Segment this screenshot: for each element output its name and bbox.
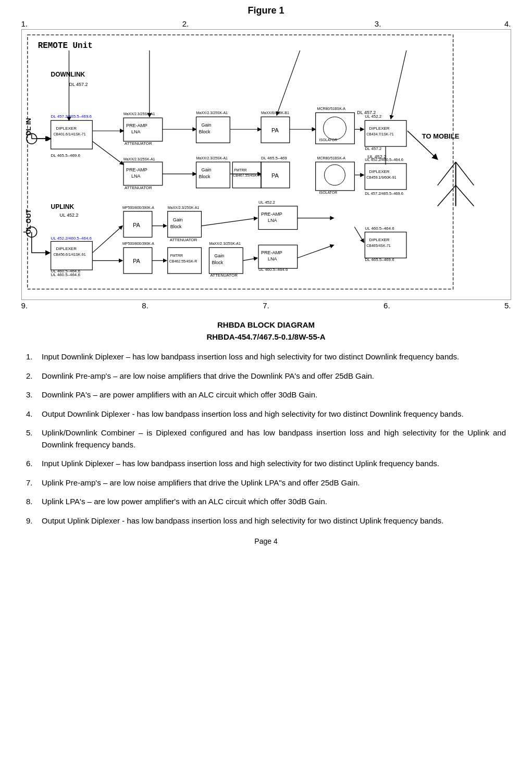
svg-text:ATTENUATOR: ATTENUATOR (210, 273, 238, 278)
list-item: 2.Downlink Pre-amp's – are low noise amp… (26, 370, 506, 382)
list-item: 7.Uplink Pre-amp's – are low noise ampli… (26, 477, 506, 489)
svg-text:UL 452.2: UL 452.2 (365, 114, 382, 119)
svg-text:MaXX/2.3/25SK-A1: MaXX/2.3/25SK-A1 (123, 112, 155, 116)
svg-text:TO MOBILE: TO MOBILE (422, 132, 459, 140)
svg-text:Gain: Gain (172, 217, 182, 222)
svg-point-63 (324, 165, 345, 185)
list-text: Input Uplink Diplexer – has low bandpass… (42, 458, 506, 470)
figure-title: Figure 1 (16, 5, 516, 16)
svg-text:Block: Block (199, 174, 210, 179)
svg-text:UL OUT: UL OUT (24, 209, 32, 234)
svg-text:FMTRR: FMTRR (170, 254, 182, 257)
diagram-caption: RHBDA BLOCK DIAGRAM RHBDA-454.7/467.5-0.… (16, 319, 516, 343)
svg-text:ATTENUATOR: ATTENUATOR (169, 238, 197, 242)
list-text: Uplink LPA's – are low power amplifier's… (42, 496, 506, 508)
svg-text:DL 457.2/465.5–469.6: DL 457.2/465.5–469.6 (51, 114, 92, 119)
top-num-3: 3. (375, 19, 381, 28)
top-num-4: 4. (504, 19, 511, 28)
svg-text:CB465/4SK-71: CB465/4SK-71 (366, 244, 391, 247)
svg-text:Block: Block (199, 129, 210, 134)
svg-text:CB456.6/1/41SK-91: CB456.6/1/41SK-91 (53, 253, 85, 256)
svg-text:UL 452.2: UL 452.2 (59, 213, 78, 218)
svg-text:PRE-AMP: PRE-AMP (261, 211, 282, 217)
svg-text:DOWNLINK: DOWNLINK (51, 71, 85, 78)
svg-line-124 (243, 258, 257, 260)
svg-text:Gain: Gain (214, 253, 224, 258)
svg-text:MaXX/2.3/25SK-A1: MaXX/2.3/25SK-A1 (196, 156, 228, 160)
svg-text:CB459.1/9/60K-91: CB459.1/9/60K-91 (366, 176, 396, 179)
list-text: Downlink Pre-amp's – are low noise ampli… (42, 370, 506, 382)
svg-text:MP500/800/390K-A: MP500/800/390K-A (122, 206, 154, 209)
svg-text:ATTENUATOR: ATTENUATOR (125, 141, 152, 146)
svg-rect-106 (258, 206, 298, 230)
list-text: Output Downlink Diplexer - has low bandp… (42, 408, 506, 420)
list-num: 5. (26, 427, 42, 451)
svg-text:DL 465.5–469.6: DL 465.5–469.6 (365, 257, 394, 262)
svg-line-132 (276, 51, 300, 116)
svg-line-127 (354, 227, 364, 243)
svg-rect-62 (315, 162, 354, 191)
list-text: Output Uplink Diplexer - has low bandpas… (42, 515, 506, 527)
svg-text:MCR80/51BSK-A: MCR80/51BSK-A (317, 156, 345, 160)
bottom-num-9: 9. (21, 301, 28, 310)
svg-text:UL 452.2/460.5–464.6: UL 452.2/460.5–464.6 (51, 236, 92, 241)
caption-line1: RHBDA BLOCK DIAGRAM (217, 320, 315, 329)
bottom-number-labels: 9. 8. 7. 6. 5. (21, 301, 511, 310)
svg-text:DIPLEXER: DIPLEXER (369, 126, 390, 131)
block-diagram: REMOTE Unit DL IN UL OUT DOWNLINK DL 457… (21, 29, 511, 300)
svg-text:UL 460.5–464.6: UL 460.5–464.6 (51, 272, 80, 277)
svg-text:MP500/800/390K-A: MP500/800/390K-A (122, 242, 154, 245)
svg-line-123 (201, 218, 257, 226)
list-num: 9. (26, 515, 42, 527)
svg-text:CB434.7/1SK-71: CB434.7/1SK-71 (366, 132, 393, 136)
list-item: 5.Uplink/Downlink Combiner – is Diplexed… (26, 427, 506, 451)
svg-text:ISOLATOR: ISOLATOR (319, 138, 337, 142)
svg-text:UL 452.2: UL 452.2 (258, 200, 276, 205)
svg-text:UL 460.5–464.6: UL 460.5–464.6 (365, 226, 394, 231)
svg-text:DL IN: DL IN (24, 118, 32, 136)
list-item: 1.Input Downlink Diplexer – has low band… (26, 351, 506, 363)
list-num: 8. (26, 496, 42, 508)
svg-text:MaXX/6/465K-B1: MaXX/6/465K-B1 (261, 111, 289, 115)
svg-text:DL 457.2: DL 457.2 (69, 82, 88, 87)
caption-line2: RHBDA-454.7/467.5-0.1/8W-55-A (206, 332, 325, 341)
svg-text:DIPLEXER: DIPLEXER (56, 246, 77, 251)
svg-line-133 (391, 51, 406, 119)
list-num: 4. (26, 408, 42, 420)
list-num: 6. (26, 458, 42, 470)
svg-text:CB462.55/4SK-R: CB462.55/4SK-R (169, 259, 196, 263)
svg-line-119 (92, 226, 122, 253)
svg-text:DL 465.5–469: DL 465.5–469 (261, 156, 287, 160)
list-text: Downlink PA's – are power amplifiers wit… (42, 389, 506, 401)
svg-text:ISOLATOR: ISOLATOR (319, 191, 337, 194)
list-item: 3.Downlink PA's – are power amplifiers w… (26, 389, 506, 401)
svg-text:MaXX/2.3/25SK-A1: MaXX/2.3/25SK-A1 (196, 111, 228, 115)
svg-line-126 (297, 245, 333, 258)
svg-rect-22 (123, 162, 163, 185)
list-text: Uplink/Downlink Combiner – is Diplexed c… (42, 427, 506, 451)
svg-line-75 (455, 185, 474, 206)
svg-text:Gain: Gain (201, 167, 211, 172)
svg-text:LNA: LNA (267, 218, 276, 223)
svg-text:PRE-AMP: PRE-AMP (126, 167, 147, 172)
svg-text:FMTRR: FMTRR (234, 168, 246, 172)
svg-text:DIPLEXER: DIPLEXER (369, 238, 390, 242)
description-list: 1.Input Downlink Diplexer – has low band… (16, 351, 516, 527)
list-text: Input Downlink Diplexer – has low bandpa… (42, 351, 506, 363)
svg-text:DL 457.2: DL 457.2 (365, 146, 382, 151)
svg-text:PA: PA (132, 258, 140, 264)
svg-text:DIPLEXER: DIPLEXER (369, 169, 390, 174)
svg-text:LNA: LNA (131, 173, 140, 179)
svg-text:MCR80/51BSK-A: MCR80/51BSK-A (317, 107, 345, 110)
list-item: 8.Uplink LPA's – are low power amplifier… (26, 496, 506, 508)
svg-text:DL 457.2/465.5–469.6: DL 457.2/465.5–469.6 (365, 191, 403, 196)
list-item: 6.Input Uplink Diplexer – has low bandpa… (26, 458, 506, 470)
svg-text:UL 452.2/460.5–464.6: UL 452.2/460.5–464.6 (365, 157, 403, 162)
list-text: Uplink Pre-amp's – are low noise amplifi… (42, 477, 506, 489)
list-num: 2. (26, 370, 42, 382)
svg-text:Gain: Gain (201, 122, 211, 128)
svg-text:DIPLEXER: DIPLEXER (56, 126, 77, 131)
svg-text:DL 465.5–469.6: DL 465.5–469.6 (51, 153, 80, 158)
page-footer: Page 4 (16, 537, 516, 545)
svg-text:MaXX/2.3/25SK-A1: MaXX/2.3/25SK-A1 (209, 242, 241, 245)
